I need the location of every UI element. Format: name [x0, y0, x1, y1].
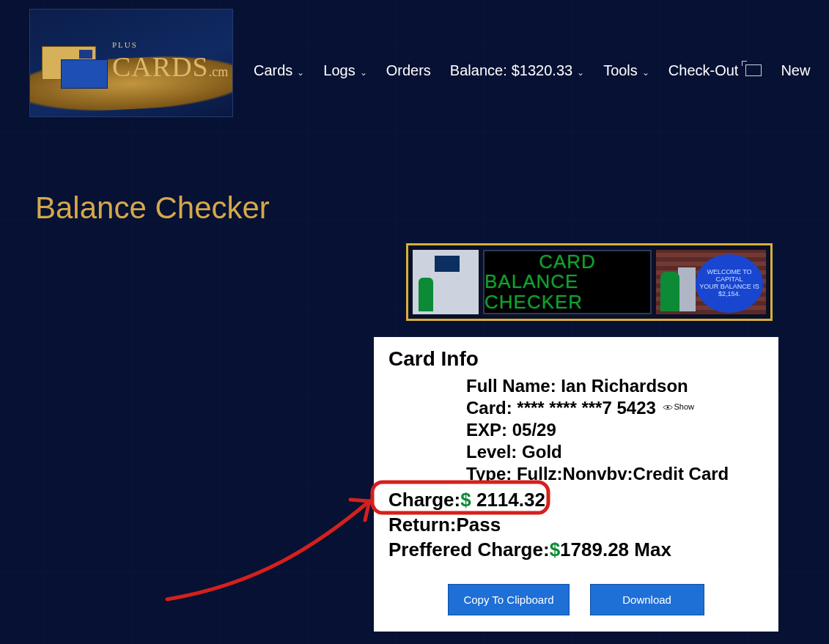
card-info-panel: Card Info Full Name: Ian Richardson Card…	[374, 337, 778, 632]
nav-checkout-label: Check-Out	[668, 62, 739, 79]
speech-bubble: WELCOME TO CAPITAL YOUR BALANCE IS $2,15…	[696, 254, 763, 313]
nav-logs[interactable]: Logs ⌄	[323, 62, 366, 79]
header: PLUS CARDS.cm Cards ⌄ Logs ⌄ Orders Bala…	[0, 0, 829, 117]
nav-balance-value: $1320.33	[512, 62, 572, 79]
logo-brand: CARDS	[112, 51, 209, 82]
row-fullname: Full Name: Ian Richardson	[466, 375, 764, 397]
nav-tools[interactable]: Tools ⌄	[603, 62, 649, 79]
balance-checker-banner: CARD BALANCE CHECKER WELCOME TO CAPITAL …	[406, 243, 773, 321]
banner-title: CARD BALANCE CHECKER	[483, 250, 652, 314]
nav-balance-label: Balance:	[450, 62, 507, 79]
banner-line1: CARD	[539, 252, 596, 272]
nav-balance[interactable]: Balance: $1320.33 ⌄	[450, 62, 584, 79]
return-value: Pass	[456, 514, 501, 536]
card-info-rows: Full Name: Ian Richardson Card: **** ***…	[466, 375, 764, 485]
dollar-icon: $	[460, 489, 471, 511]
row-card: Card: **** **** ***7 5423 Show	[466, 397, 764, 419]
panel-buttons: Copy To Clipboard Download	[388, 584, 764, 615]
banner-line2: BALANCE CHECKER	[484, 272, 650, 312]
download-button[interactable]: Download	[590, 584, 704, 615]
preferred-value: 1789.28	[560, 538, 629, 560]
exp-value: 05/29	[512, 420, 556, 440]
chevron-down-icon: ⌄	[297, 67, 304, 78]
chevron-down-icon: ⌄	[642, 67, 649, 78]
nav-orders-label: Orders	[386, 62, 431, 79]
site-logo[interactable]: PLUS CARDS.cm	[29, 9, 233, 117]
logo-plus: PLUS	[112, 40, 228, 49]
cart-icon	[745, 64, 762, 76]
row-exp: EXP: 05/29	[466, 419, 764, 441]
row-type: Type: Fullz:Nonvbv:Credit Card	[466, 463, 764, 485]
page-title: Balance Checker	[35, 190, 829, 226]
chevron-down-icon: ⌄	[577, 67, 584, 78]
nav-tools-label: Tools	[603, 62, 638, 79]
dollar-icon: $	[550, 538, 560, 560]
nav-orders[interactable]: Orders	[386, 62, 431, 79]
show-card-toggle[interactable]: Show	[663, 402, 695, 412]
row-preferred: Preffered Charge:$1789.28 Max	[388, 538, 764, 563]
row-charge: Charge:$ 2114.32	[388, 488, 545, 513]
card-info-bottom: Charge:$ 2114.32 Return:Pass Preffered C…	[388, 488, 764, 562]
card-number-value: **** **** ***7 5423	[517, 398, 655, 418]
svg-point-0	[666, 407, 668, 409]
nav-new-label: New	[781, 62, 810, 79]
atm-illustration-right: WELCOME TO CAPITAL YOUR BALANCE IS $2,15…	[656, 250, 766, 314]
card-info-heading: Card Info	[388, 347, 764, 371]
logo-tld: .cm	[209, 64, 229, 79]
chevron-down-icon: ⌄	[360, 67, 367, 78]
nav-checkout[interactable]: Check-Out	[668, 62, 762, 79]
row-level: Level: Gold	[466, 441, 764, 463]
preferred-suffix: Max	[634, 538, 671, 560]
row-return: Return:Pass	[388, 513, 764, 538]
atm-illustration-left	[413, 250, 479, 314]
fullname-value: Ian Richardson	[561, 376, 688, 396]
nav-cards-label: Cards	[254, 62, 292, 79]
eye-icon	[663, 404, 673, 411]
nav-new[interactable]: New	[781, 62, 810, 79]
charge-value: 2114.32	[476, 489, 545, 511]
copy-button[interactable]: Copy To Clipboard	[448, 584, 569, 615]
type-value: Fullz:Nonvbv:Credit Card	[517, 464, 729, 484]
top-nav: Cards ⌄ Logs ⌄ Orders Balance: $1320.33 …	[254, 62, 810, 79]
level-value: Gold	[522, 442, 562, 462]
nav-logs-label: Logs	[323, 62, 355, 79]
nav-cards[interactable]: Cards ⌄	[254, 62, 304, 79]
